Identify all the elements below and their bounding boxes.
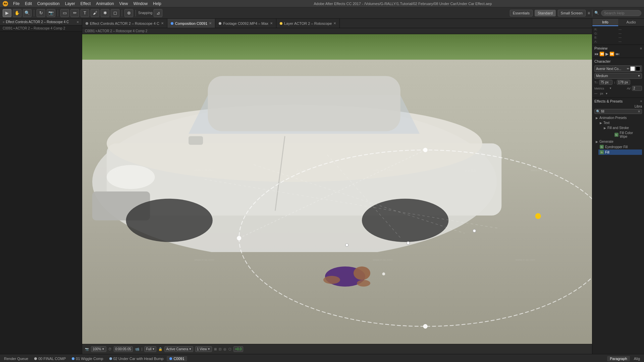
- workspace-essentials[interactable]: Essentials: [510, 10, 533, 16]
- preview-title: Preview ≡: [594, 46, 642, 50]
- menu-window[interactable]: Window: [131, 1, 150, 7]
- font-edit-icon[interactable]: ✏: [627, 67, 630, 70]
- tree-animation-presets[interactable]: ▶ Animation Presets: [594, 115, 642, 120]
- tree-text[interactable]: ▶ Text: [598, 120, 642, 125]
- menu-composition[interactable]: Composition: [35, 1, 62, 7]
- view-control[interactable]: 1 View ▼: [195, 346, 212, 352]
- menu-file[interactable]: File: [11, 1, 22, 7]
- workspace-menu-icon[interactable]: ≡: [588, 11, 590, 15]
- tab-close-ec[interactable]: ✕: [161, 21, 164, 25]
- font-color-fg[interactable]: [630, 66, 635, 71]
- viewer-safe-icon[interactable]: ⊡: [219, 347, 221, 351]
- tab-close-layer[interactable]: ✕: [333, 21, 336, 25]
- tree-fill-color-wipe[interactable]: fx Fill Color Wipe: [602, 130, 642, 139]
- font-color-bg[interactable]: [636, 66, 640, 71]
- svg-rect-10: [189, 136, 203, 145]
- tool-eraser[interactable]: ◻: [111, 9, 119, 17]
- menu-view[interactable]: View: [117, 1, 130, 7]
- svg-point-13: [323, 276, 340, 284]
- btab-dot-c: [169, 357, 172, 360]
- tree-generate[interactable]: ▶ Generate: [594, 139, 642, 144]
- resolution-control[interactable]: Full ▼: [144, 346, 156, 352]
- workspace-standard[interactable]: Standard: [535, 10, 556, 16]
- help-search-input[interactable]: [601, 10, 641, 16]
- tool-clone[interactable]: ✱: [101, 9, 109, 17]
- preview-skip-end[interactable]: ⏭: [615, 52, 620, 56]
- svg-rect-4: [208, 76, 400, 131]
- svg-point-7: [126, 199, 212, 242]
- font-weight-selector[interactable]: Medium ▼: [594, 73, 642, 79]
- workspace-smallscreen[interactable]: Small Screen: [558, 10, 586, 16]
- effects-search-clear[interactable]: ✕: [638, 110, 640, 113]
- para-panel-tab-area: Paragraph Alig: [607, 356, 643, 361]
- preview-step-fwd[interactable]: ⏩: [609, 52, 614, 56]
- tool-puppet[interactable]: ⊕: [124, 9, 133, 17]
- menu-layer[interactable]: Layer: [63, 1, 77, 7]
- tab-dot-ec: [86, 22, 88, 25]
- font-weight-value: Medium: [596, 74, 608, 78]
- bottom-tab-undercar[interactable]: 02 Under Car with Head Bump: [107, 356, 166, 361]
- libra-tab-label[interactable]: Libra: [635, 105, 642, 108]
- unit-chevron: ▼: [605, 92, 608, 95]
- tool-text[interactable]: T: [80, 9, 89, 17]
- tab-audio[interactable]: Audio: [618, 19, 644, 26]
- tool-hand[interactable]: ✋: [13, 9, 21, 17]
- tool-camera[interactable]: 📷: [47, 9, 55, 17]
- menu-effect[interactable]: Effect: [78, 1, 93, 7]
- zoom-control[interactable]: 100% ▼: [91, 346, 106, 352]
- viewer-3d-icon[interactable]: ⬡: [228, 347, 231, 351]
- tool-rect[interactable]: ▭: [60, 9, 69, 17]
- tab-effect-controls[interactable]: Effect Controls ACTOR 2 – Rotoscope 4 C …: [82, 19, 167, 28]
- tree-eyedropper-fill[interactable]: fx Eyedropper Fill: [598, 144, 642, 149]
- effects-search-box[interactable]: 🔍 ✕: [594, 109, 642, 114]
- tool-pen[interactable]: ✏: [70, 9, 79, 17]
- tree-label-fillonly: Fill: [605, 150, 609, 154]
- bottom-tab-rq-label: Render Queue: [4, 357, 28, 361]
- menu-animation[interactable]: Animation: [94, 1, 116, 7]
- menu-edit[interactable]: Edit: [22, 1, 34, 7]
- tree-fill[interactable]: fx Fill: [598, 149, 642, 155]
- tab-info[interactable]: Info: [592, 19, 618, 26]
- tool-rotate[interactable]: ↻: [37, 9, 45, 17]
- bottom-tab-finalcomp[interactable]: 00 FINAL COMP: [32, 356, 68, 361]
- font-name-selector[interactable]: Avenir Next Co... ✏: [594, 65, 642, 72]
- info-g: G:: [594, 32, 618, 35]
- para-tab-alig[interactable]: Alig: [631, 356, 643, 361]
- effects-search-input[interactable]: [601, 110, 628, 113]
- tree-fill-stroke[interactable]: ▶ Fill and Stroke: [602, 125, 642, 130]
- tracking-icon: AV: [627, 87, 631, 90]
- line-height-input[interactable]: [617, 80, 630, 85]
- timecode-value: 0:00:05:05: [115, 347, 131, 351]
- tool-select[interactable]: ▶: [3, 9, 11, 17]
- preview-play[interactable]: ▶: [605, 52, 608, 56]
- green-value: +0.0: [235, 347, 242, 351]
- bottom-tab-wiggle[interactable]: 01 Wiggle Comp: [69, 356, 106, 361]
- view-chevron: ▼: [208, 348, 210, 351]
- tab-close-footage[interactable]: ✕: [270, 21, 273, 25]
- menu-help[interactable]: Help: [151, 1, 164, 7]
- effects-menu-icon[interactable]: ≡: [640, 100, 642, 103]
- tab-composition[interactable]: Composition C0091 ✕: [167, 19, 216, 28]
- tab-layer[interactable]: Layer ACTOR 2 – Rotoscope ✕: [276, 19, 340, 28]
- left-panel-menu[interactable]: ≡: [3, 20, 4, 24]
- snapping-toggle[interactable]: ⊿: [154, 9, 162, 17]
- tab-close-comp[interactable]: ✕: [209, 21, 212, 25]
- left-panel-header: ≡ Effect Controls ACTOR 2 – Rotoscope 4 …: [0, 19, 82, 25]
- para-tab-paragraph[interactable]: Paragraph: [607, 356, 630, 361]
- tool-paint[interactable]: 🖌: [91, 9, 99, 17]
- bottom-tab-renderqueue[interactable]: Render Queue: [1, 356, 31, 361]
- font-size-input[interactable]: [599, 80, 612, 85]
- preview-skip-start[interactable]: ⏮: [594, 52, 598, 56]
- preview-step-back[interactable]: ⏪: [599, 52, 604, 56]
- bottom-tab-c0091[interactable]: C0091: [167, 356, 187, 361]
- viewer-screenshot-icon[interactable]: 📷: [85, 347, 89, 351]
- timecode-display[interactable]: 0:00:05:05: [114, 346, 133, 352]
- camera-control[interactable]: Active Camera ▼: [164, 346, 193, 352]
- preview-menu-icon[interactable]: ≡: [640, 47, 642, 50]
- tracking-input[interactable]: [632, 86, 642, 91]
- viewer-mask-icon[interactable]: ◎: [223, 347, 226, 351]
- viewer-grid-icon[interactable]: ⊞: [214, 347, 217, 351]
- left-panel-close[interactable]: ✕: [76, 20, 79, 24]
- tab-footage[interactable]: Footage C0092.MP4 – Max ✕: [215, 19, 276, 28]
- tool-zoom[interactable]: 🔍: [23, 9, 32, 17]
